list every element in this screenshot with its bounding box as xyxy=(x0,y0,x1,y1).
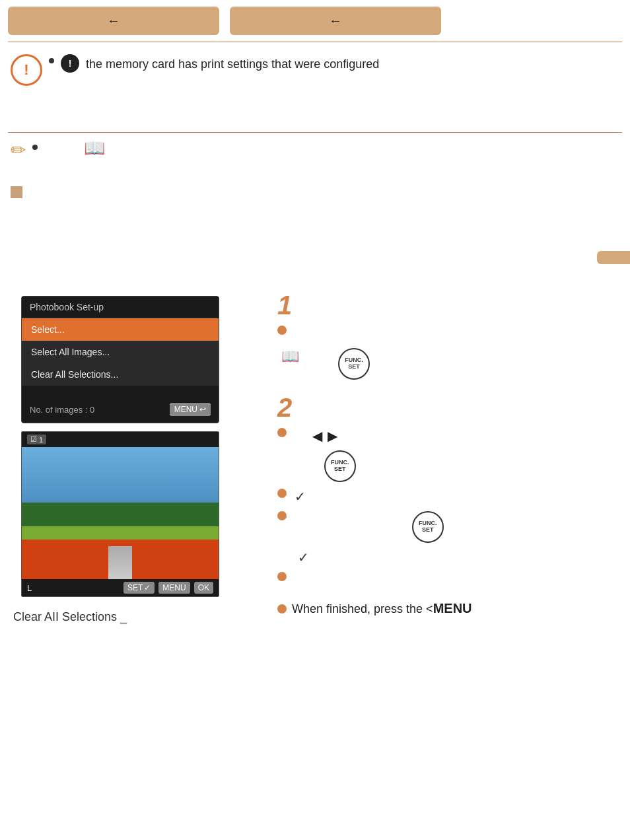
step-1-text-1 xyxy=(292,326,295,341)
menu-item-select[interactable]: Select... xyxy=(22,318,219,341)
steps-container: 1 📖 FUNC.SET 2 ◀ ▶ FUNC.SET xyxy=(277,291,614,616)
step-2-row-4: FUNC.SET xyxy=(277,511,614,543)
note-dot xyxy=(32,145,38,150)
pencil-icon: ✏ xyxy=(11,139,26,161)
step-2-text-1 xyxy=(292,428,310,444)
warning-badge-icon: ! xyxy=(61,54,79,73)
step-2-row-3: ✓ xyxy=(277,489,614,505)
photo-image xyxy=(22,447,219,579)
ok-button[interactable]: OK xyxy=(194,582,213,594)
step-2-row-5: ✓ xyxy=(277,549,614,565)
tab-label xyxy=(597,251,630,264)
menu-bold-text: MENU xyxy=(433,601,472,615)
finished-text: When finished, press the <MENU xyxy=(292,601,472,616)
warning-section: ! ! the memory card has print settings t… xyxy=(0,42,630,92)
step-1-book-icon: 📖 xyxy=(281,348,299,365)
right-arrow-icon: ▶ xyxy=(328,428,337,444)
checkmark-2: ✓ xyxy=(298,549,309,565)
back-button-1[interactable]: ← xyxy=(8,7,219,35)
step-1-num: 1 xyxy=(277,291,614,320)
step-2-bullet-2 xyxy=(277,489,287,498)
photo-check-badge: ☑ 1 xyxy=(27,435,46,444)
warning-circle-icon: ! xyxy=(11,54,42,86)
step-1-bullet-1 xyxy=(277,326,287,335)
menu-footer: No. of images : 0 MENU ↩ xyxy=(22,396,219,423)
func-set-button-1[interactable]: FUNC.SET xyxy=(338,348,370,380)
step-2-bullet-3 xyxy=(277,511,287,520)
square-icon xyxy=(11,186,22,198)
warning-text: the memory card has print settings that … xyxy=(86,54,379,73)
menu-image-count: No. of images : 0 xyxy=(30,405,94,415)
menu-item-clear-all[interactable]: Clear All Selections... xyxy=(22,363,219,386)
step-2-section: 2 ◀ ▶ FUNC.SET ✓ FUNC.SE xyxy=(277,393,614,588)
step-2-num: 2 xyxy=(277,393,614,423)
set-label: SET xyxy=(127,583,143,592)
step-1-row-2: 📖 FUNC.SET xyxy=(277,348,614,380)
menu-screenshot: Photobook Set-up Select... Select All Im… xyxy=(21,296,219,423)
step-2-text-6 xyxy=(292,572,295,588)
book-icon: 📖 xyxy=(84,138,105,158)
step-2-text-5 xyxy=(277,549,295,565)
photo-bar-bottom: L SET ✓ MENU OK xyxy=(22,579,219,596)
photo-check-icon: ☑ xyxy=(30,435,37,444)
step-1-text-2 xyxy=(303,348,335,364)
return-icon: ↩ xyxy=(199,405,206,414)
step-1-section: 1 📖 FUNC.SET xyxy=(277,291,614,380)
menu-ok-label: MENU xyxy=(162,583,186,592)
photo-l-label: L xyxy=(27,583,32,593)
set-button[interactable]: SET ✓ xyxy=(123,582,155,594)
note-section: ✏ 📖 xyxy=(0,133,630,166)
checkmark-1: ✓ xyxy=(295,489,306,505)
left-column: Photobook Set-up Select... Select All Im… xyxy=(11,291,275,624)
func-set-button-2[interactable]: FUNC.SET xyxy=(324,450,356,482)
photo-bar-top: ☑ 1 xyxy=(22,432,219,447)
left-arrow-icon: ◀ xyxy=(312,428,322,444)
step-2-row-2: FUNC.SET xyxy=(277,450,614,482)
photo-num: 1 xyxy=(39,436,43,444)
menu-button[interactable]: MENU ↩ xyxy=(170,403,211,416)
menu-item-select-all[interactable]: Select All Images... xyxy=(22,341,219,363)
menu-title: Photobook Set-up xyxy=(22,297,219,318)
clear-all-section: Clear AII Selections _ xyxy=(11,610,275,624)
step-2-row-1: ◀ ▶ xyxy=(277,428,614,444)
clear-all-text[interactable]: Clear AII Selections _ xyxy=(13,608,127,626)
photo-screenshot: ☑ 1 L SET ✓ MENU OK xyxy=(21,431,219,597)
menu-ok-button[interactable]: MENU xyxy=(158,582,190,594)
back-button-2[interactable]: ← xyxy=(230,7,441,35)
step-2-text-4 xyxy=(292,511,409,527)
finished-bullet xyxy=(277,604,287,613)
step-2-text-2 xyxy=(277,450,322,466)
menu-btn-label: MENU xyxy=(174,405,197,414)
step-2-bullet-1 xyxy=(277,428,287,437)
photo-set-menu: SET ✓ MENU OK xyxy=(123,582,213,594)
nav-bar: ← ← xyxy=(0,0,630,42)
step-2-text-3 xyxy=(308,489,311,505)
step-1-row-1 xyxy=(277,326,614,341)
set-check: ✓ xyxy=(144,583,151,592)
step-2-bullet-4 xyxy=(277,572,287,581)
finished-row: When finished, press the <MENU xyxy=(277,601,614,616)
warning-dot xyxy=(49,58,54,63)
ok-label: OK xyxy=(198,583,209,592)
step-2-row-6 xyxy=(277,572,614,588)
func-set-button-3[interactable]: FUNC.SET xyxy=(412,511,444,543)
